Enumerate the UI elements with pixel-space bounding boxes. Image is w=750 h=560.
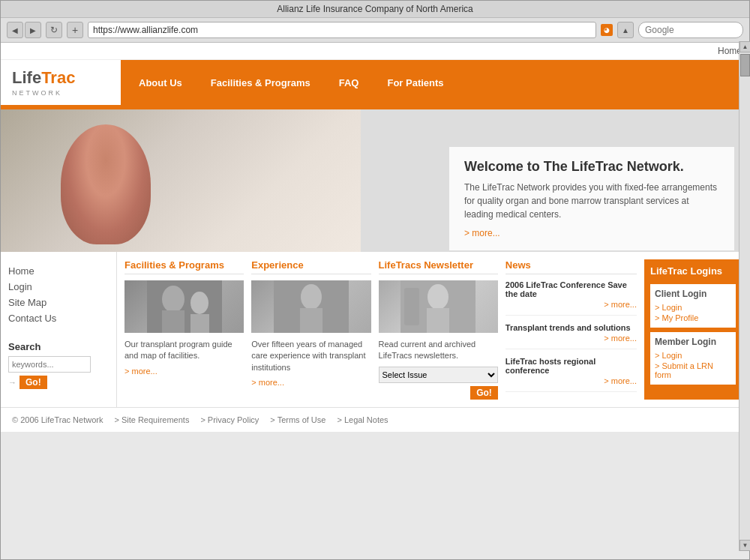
experience-desc: Over fifteen years of managed care exper… [251,339,370,373]
refresh-button[interactable]: ↻ [46,22,62,38]
facilities-image [124,280,244,333]
sidebar-item-sitemap[interactable]: Site Map [8,295,109,310]
client-login-link[interactable]: > Login [655,302,731,313]
search-input[interactable] [8,356,91,373]
logo-text: LifeTrac [12,68,75,88]
hero-image [1,109,361,252]
nav-buttons: ◀ ▶ [7,22,41,38]
browser-toolbar: ◀ ▶ ↻ + ◕ ▲ [1,18,749,43]
svg-point-6 [301,284,322,310]
member-lrn-link[interactable]: > Submit a LRN form [655,361,731,380]
footer-legal-notes[interactable]: > Legal Notes [337,415,388,424]
nav-facilities[interactable]: Facilities & Programs [208,70,314,96]
newsletter-desc: Read current and archived LifeTracs news… [379,339,498,362]
facilities-column: Facilities & Programs Our transplant pro… [124,259,244,400]
client-login-title: Client Login [655,289,731,299]
scroll-up-arrow[interactable]: ▲ [740,41,750,52]
svg-point-1 [162,286,184,313]
new-tab-button[interactable]: + [67,22,83,38]
svg-rect-9 [322,318,334,333]
newsletter-title: LifeTracs Newsletter [379,259,498,274]
svg-point-11 [428,284,448,310]
news-item-1: 2006 LifeTrac Conference Save the date >… [506,280,637,316]
svg-rect-8 [289,318,300,333]
footer-privacy-policy[interactable]: > Privacy Policy [200,415,259,424]
browser-titlebar: Allianz Life Insurance Company of North … [1,1,749,18]
sidebar-nav: Home Login Site Map Contact Us [8,263,109,326]
login-panel: LifeTrac Logins Client Login > Login > M… [644,259,742,400]
hero-more-link[interactable]: > more... [464,228,500,238]
sidebar-item-login[interactable]: Login [8,279,109,295]
news-item-3: LifeTrac hosts regional conference > mor… [506,357,637,392]
nav-faq[interactable]: FAQ [336,70,362,96]
content-grid: Facilities & Programs Our transplant pro… [117,252,749,407]
search-go-button[interactable]: Go! [20,376,47,389]
facilities-desc: Our transplant program guide and map of … [124,339,244,362]
news-title: News [506,259,637,274]
news-more-link-2[interactable]: > more... [506,334,637,343]
scrollbar[interactable]: ▲ ▼ [739,41,750,551]
logo-life: Life [12,68,41,87]
back-button[interactable]: ◀ [7,22,23,38]
login-panel-title: LifeTrac Logins [650,265,736,277]
news-more-link-1[interactable]: > more... [506,300,637,309]
client-login-section: Client Login > Login > My Profile [650,284,736,328]
nav-about[interactable]: About Us [136,70,185,96]
footer-copyright: © 2006 LifeTrac Network [12,415,103,424]
sidebar: Home Login Site Map Contact Us Search → … [1,252,117,407]
svg-rect-13 [404,288,419,325]
sidebar-item-home[interactable]: Home [8,263,109,279]
sidebar-item-contact[interactable]: Contact Us [8,310,109,326]
search-arrow: → [8,378,16,387]
forward-button[interactable]: ▶ [25,22,41,38]
rss-icon: ◕ [601,24,613,36]
news-headline-3: LifeTrac hosts regional conference [506,357,637,375]
scroll-down-arrow[interactable]: ▼ [740,540,750,551]
svg-rect-12 [427,308,449,333]
search-label: Search [8,341,109,352]
search-row: → Go! [8,376,109,389]
svg-point-3 [190,292,208,314]
logo-trac: Trac [41,68,75,87]
page-title: Allianz Life Insurance Company of North … [277,4,472,14]
newsletter-image [379,280,498,333]
news-more-link-3[interactable]: > more... [506,376,637,385]
browser-search-input[interactable] [638,22,743,38]
nav-patients[interactable]: For Patients [384,70,446,96]
experience-title: Experience [251,259,370,274]
hero-text-box: Welcome to The LifeTrac Network. The Lif… [449,147,734,250]
news-headline-2: Transplant trends and solutions [506,323,637,332]
svg-rect-2 [162,310,184,333]
svg-rect-4 [190,314,209,333]
logo-network: NETWORK [12,89,75,97]
newsletter-column: LifeTracs Newsletter Read current and ar… [379,259,498,400]
facilities-title: Facilities & Programs [124,259,244,274]
experience-image [251,280,370,333]
site-footer: © 2006 LifeTrac Network > Site Requireme… [1,407,749,432]
news-item-2: Transplant trends and solutions > more..… [506,323,637,349]
member-login-link[interactable]: > Login [655,350,731,361]
hero-title: Welcome to The LifeTrac Network. [464,159,719,175]
hero-description: The LifeTrac Network provides you with f… [464,181,719,221]
footer-site-requirements[interactable]: > Site Requirements [114,415,189,424]
experience-more-link[interactable]: > more... [251,378,370,387]
svg-rect-7 [300,308,322,333]
newsletter-select[interactable]: Select Issue [379,367,498,383]
address-refresh-button[interactable]: ▲ [617,22,634,38]
rss-symbol: ◕ [604,26,610,34]
logo: LifeTrac NETWORK [12,68,75,97]
scrollbar-thumb[interactable] [740,54,750,76]
footer-terms-of-use[interactable]: > Terms of Use [270,415,326,424]
client-profile-link[interactable]: > My Profile [655,313,731,323]
experience-column: Experience Over fifteen years of managed… [251,259,370,400]
main-content: Home Login Site Map Contact Us Search → … [1,252,749,407]
newsletter-go-button[interactable]: Go! [470,386,498,400]
news-headline-1: 2006 LifeTrac Conference Save the date [506,280,637,298]
website-content: Home LifeTrac NETWORK About Us Facilitie… [1,43,749,432]
facilities-more-link[interactable]: > more... [124,367,244,376]
sidebar-search: Search → Go! [8,341,109,389]
member-login-section: Member Login > Login > Submit a LRN form [650,332,736,385]
news-column: News 2006 LifeTrac Conference Save the d… [506,259,637,400]
address-bar[interactable] [88,22,596,38]
main-nav: About Us Facilities & Programs FAQ For P… [121,68,462,97]
